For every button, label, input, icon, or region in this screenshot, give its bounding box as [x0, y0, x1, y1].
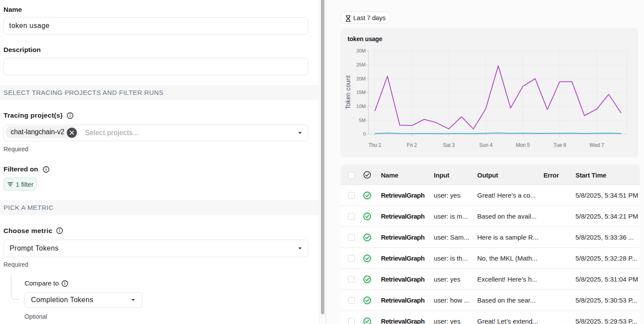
svg-text:Fri 2: Fri 2 [407, 142, 417, 148]
svg-text:30M: 30M [356, 48, 365, 53]
svg-text:15M: 15M [356, 90, 365, 95]
svg-text:5M: 5M [359, 118, 365, 123]
svg-text:Mon 5: Mon 5 [516, 142, 530, 148]
svg-text:Sat 3: Sat 3 [443, 142, 455, 148]
svg-text:10M: 10M [356, 104, 365, 109]
svg-text:25M: 25M [356, 62, 365, 67]
svg-text:0: 0 [363, 131, 365, 136]
svg-text:Token count: Token count [344, 75, 351, 109]
svg-text:Thu 1: Thu 1 [368, 142, 382, 148]
svg-text:20M: 20M [356, 76, 365, 81]
svg-text:Sun 4: Sun 4 [479, 142, 493, 148]
svg-text:Wed 7: Wed 7 [589, 142, 604, 148]
svg-text:Tue 6: Tue 6 [553, 142, 566, 148]
